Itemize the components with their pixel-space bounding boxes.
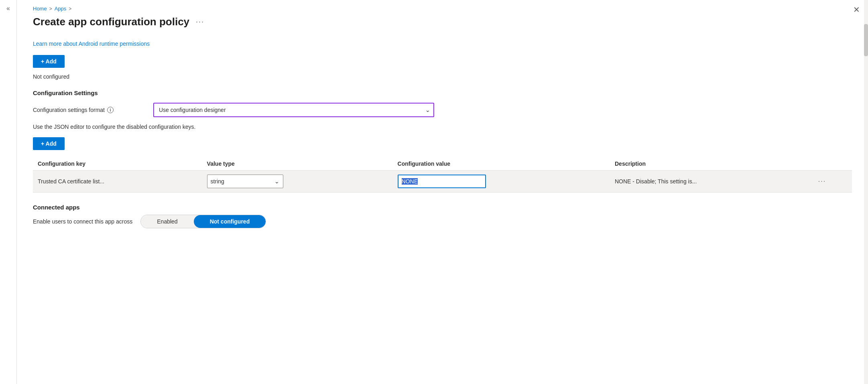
cell-row-actions: ···: [813, 171, 852, 193]
configuration-keys-table: Configuration key Value type Configurati…: [33, 157, 852, 193]
json-editor-hint: Use the JSON editor to configure the dis…: [33, 124, 852, 130]
cell-value-type: string integer boolean ⌄: [202, 171, 393, 193]
cell-config-value: [393, 171, 610, 193]
table-header-row: Configuration key Value type Configurati…: [33, 157, 852, 171]
page-title: Create app configuration policy: [33, 16, 189, 28]
config-format-dropdown-wrapper: Use configuration designer Enter JSON da…: [153, 103, 434, 117]
breadcrumb: Home > Apps >: [33, 0, 852, 16]
page-header: Create app configuration policy ···: [33, 16, 852, 28]
config-format-dropdown[interactable]: Use configuration designer Enter JSON da…: [153, 103, 434, 117]
toggle-group: Enabled Not configured: [140, 215, 266, 228]
breadcrumb-separator-2: >: [69, 6, 71, 12]
cell-config-key: Trusted CA certificate list...: [33, 171, 202, 193]
col-header-actions: [813, 157, 852, 171]
sidebar-collapse-panel: «: [0, 0, 17, 384]
config-format-label: Configuration settings format i: [33, 107, 145, 113]
table-row: Trusted CA certificate list... string in…: [33, 171, 852, 193]
configuration-settings-title: Configuration Settings: [33, 89, 852, 96]
scrollbar[interactable]: [864, 0, 868, 384]
breadcrumb-home[interactable]: Home: [33, 6, 47, 12]
col-header-description: Description: [610, 157, 813, 171]
scrollbar-thumb[interactable]: [864, 24, 868, 56]
connected-apps-title: Connected apps: [33, 204, 852, 211]
breadcrumb-separator-1: >: [49, 6, 52, 12]
add-button-top[interactable]: + Add: [33, 55, 65, 68]
value-type-dropdown[interactable]: string integer boolean: [207, 175, 283, 188]
col-header-config-value: Configuration value: [393, 157, 610, 171]
enable-connect-row: Enable users to connect this app across …: [33, 215, 852, 228]
close-button[interactable]: ✕: [853, 6, 860, 14]
breadcrumb-apps[interactable]: Apps: [55, 6, 67, 12]
not-configured-label: Not configured: [33, 73, 852, 80]
toggle-enabled-option[interactable]: Enabled: [141, 215, 193, 228]
col-header-config-key: Configuration key: [33, 157, 202, 171]
collapse-sidebar-icon[interactable]: «: [6, 5, 10, 12]
col-header-value-type: Value type: [202, 157, 393, 171]
learn-more-link[interactable]: Learn more about Android runtime permiss…: [33, 41, 150, 47]
config-format-row: Configuration settings format i Use conf…: [33, 103, 852, 117]
main-content-panel: Home > Apps > Create app configuration p…: [17, 0, 868, 384]
configuration-settings-section: Configuration Settings Configuration set…: [33, 89, 852, 193]
row-more-options-icon[interactable]: ···: [818, 178, 826, 185]
config-value-input[interactable]: [398, 175, 486, 188]
add-config-key-button[interactable]: + Add: [33, 137, 65, 150]
page-more-options-icon[interactable]: ···: [196, 18, 204, 26]
config-format-info-icon[interactable]: i: [107, 107, 114, 113]
cell-description: NONE - Disable; This setting is...: [610, 171, 813, 193]
enable-connect-label: Enable users to connect this app across: [33, 218, 132, 225]
connected-apps-section: Connected apps Enable users to connect t…: [33, 204, 852, 228]
value-type-dropdown-wrapper: string integer boolean ⌄: [207, 175, 283, 188]
toggle-not-configured-option[interactable]: Not configured: [194, 215, 266, 228]
